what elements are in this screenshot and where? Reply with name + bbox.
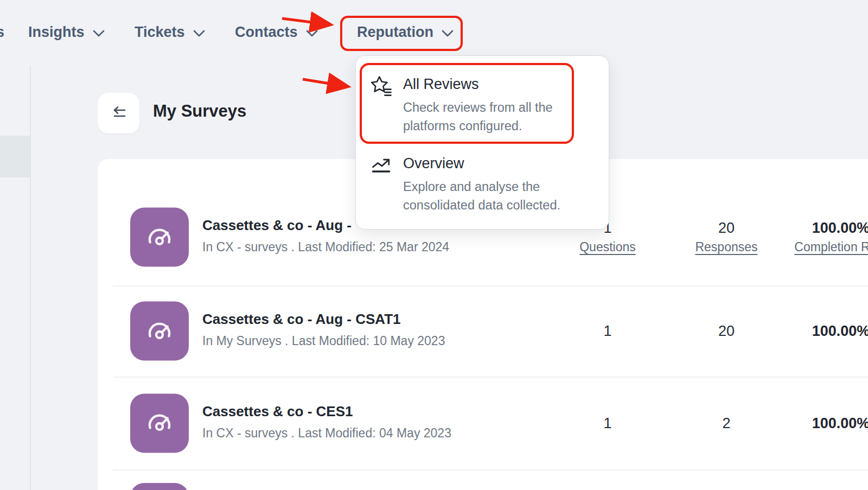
gauge-icon [143,220,176,254]
sidebar-active-item[interactable] [0,136,30,177]
nav-item-label: Reputation [357,24,433,41]
questions-count: 1 [603,415,611,431]
responses-label[interactable]: Responses [695,240,757,254]
menu-item-text: Overview Explore and analyse the consoli… [403,152,560,214]
survey-tile [130,302,189,361]
nav-item-contacts[interactable]: Contacts [235,24,318,41]
chevron-down-icon [442,30,454,37]
reputation-dropdown-menu: All Reviews Check reviews from all the p… [355,55,609,230]
survey-tile [130,393,189,453]
survey-meta: In CX - surveys . Last Modified: 04 May … [202,426,451,441]
menu-item-all-reviews[interactable]: All Reviews Check reviews from all the p… [369,73,553,135]
trend-up-icon [369,154,393,177]
survey-title: Cassettes & co - Aug - CSAT1 [202,311,445,327]
menu-item-title: All Reviews [403,73,553,95]
collapse-sidebar-button[interactable] [98,93,139,133]
nav-item-label: Insights [28,24,85,41]
menu-item-overview[interactable]: Overview Explore and analyse the consoli… [369,152,560,214]
chevron-down-icon [93,30,105,37]
gauge-icon [143,406,176,440]
responses-count: 2 [722,415,730,431]
chevron-down-icon [193,30,205,37]
nav-item-reputation[interactable]: Reputation [357,24,454,41]
nav-item-insights[interactable]: Insights [28,24,105,41]
menu-item-description: Explore and analyse the consolidated dat… [403,177,560,214]
nav-item-label: Tickets [135,24,185,41]
nav-item-tickets[interactable]: Tickets [135,24,205,41]
app-screen: s Insights Tickets Contacts Reputation M… [0,0,868,490]
survey-tile [130,208,189,267]
page-title: My Surveys [153,101,246,121]
completion-rate: 100.00% [812,323,868,339]
gauge-icon [143,314,176,348]
collapse-list-icon [110,105,127,122]
completion-rate: 100.00% [794,220,868,236]
stat-responses: 20 Responses [695,220,757,254]
completion-rate: 100.00% [812,415,868,431]
questions-count: 1 [603,323,611,339]
survey-tile [130,483,189,490]
questions-label[interactable]: Questions [579,240,636,254]
survey-meta: In CX - surveys . Last Modified: 25 Mar … [202,240,449,254]
nav-item-label: Contacts [235,24,298,41]
nav-item-partial[interactable]: s [0,24,4,41]
row-divider [113,469,868,470]
top-navigation: s Insights Tickets Contacts Reputation [0,0,868,57]
menu-item-description: Check reviews from all the platforms con… [403,98,553,135]
star-review-icon [369,74,393,98]
responses-count: 20 [718,323,735,339]
survey-meta: In My Surveys . Last Modified: 10 May 20… [202,334,445,348]
survey-title: Cassettes & co - CES1 [202,403,451,419]
survey-row[interactable]: Cassettes & co - Aug - CSAT1 In My Surve… [98,285,868,377]
menu-item-text: All Reviews Check reviews from all the p… [403,73,553,135]
menu-item-title: Overview [403,152,560,174]
annotation-arrow-all-reviews [303,79,346,86]
sidebar-divider [30,66,31,490]
completion-label[interactable]: Completion Rate [794,240,868,254]
survey-row[interactable]: Cassettes & co - CES1 In CX - surveys . … [98,377,868,469]
survey-info: Cassettes & co - Aug - CSAT1 In My Surve… [202,311,445,348]
responses-count: 20 [695,220,757,236]
chevron-down-icon [306,30,318,37]
stat-completion: 100.00% Completion Rate [794,220,868,254]
survey-info: Cassettes & co - CES1 In CX - surveys . … [202,403,451,441]
